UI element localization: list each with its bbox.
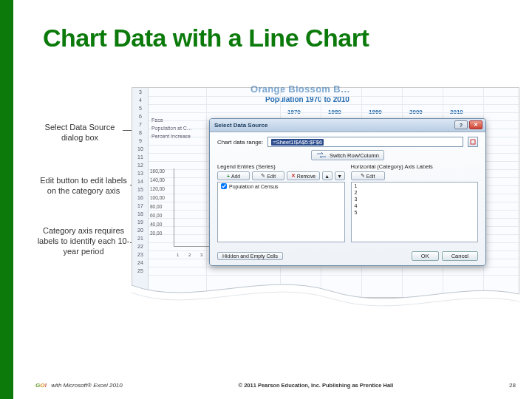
dialog-title: Select Data Source [214,122,267,129]
y-tick: 40,00 [150,222,162,227]
chart-data-range-input[interactable]: =Sheet1!$A$5:$F$6 [267,137,463,147]
close-button[interactable]: ✕ [469,120,482,129]
row-number: 21 [132,236,149,241]
edit-axis-labels-button[interactable]: ✎Edit [351,171,385,180]
row-number: 19 [132,219,149,225]
series-checkbox[interactable] [221,183,227,189]
row-number: 14 [132,179,149,184]
slide-title: Chart Data with a Line Chart [43,24,369,52]
row-number: 18 [132,211,149,216]
dialog-titlebar[interactable]: Select Data Source ? ✕ [210,119,485,132]
axis-item[interactable]: 1 [352,183,478,189]
figure: Select Data Source dialog box Edit butto… [35,87,519,335]
cancel-button[interactable]: Cancel [442,251,478,261]
footer-copyright: © 2011 Pearson Education, Inc. Publishin… [123,382,509,389]
y-tick: 20,00 [150,231,162,236]
footer-product: with Microsoft® Excel 2010 [51,382,123,389]
row-number: 9 [132,138,149,143]
row-number: 25 [132,268,149,273]
legend-entries-header: Legend Entries (Series) [217,163,345,170]
range-value: =Sheet1!$A$5:$F$6 [271,139,324,146]
row-number: 16 [132,195,149,200]
go-logo: GO! [35,382,47,389]
axis-labels-listbox[interactable]: 1 2 3 4 5 [351,182,479,242]
y-tick: 160,00 [150,168,165,174]
pencil-icon: ✎ [361,173,365,179]
switch-row-column-button[interactable]: Switch Row/Column [311,150,384,160]
y-tick: 80,00 [150,204,162,209]
hidden-empty-cells-button[interactable]: Hidden and Empty Cells [217,252,283,260]
select-data-source-dialog: Select Data Source ? ✕ Chart data range:… [209,118,486,266]
row-number: 13 [132,171,149,176]
svg-rect-0 [471,140,475,144]
axis-labels-header: Horizontal (Category) Axis Labels [351,163,479,170]
axis-item[interactable]: 2 [352,189,478,196]
move-up-button[interactable]: ▲ [322,171,332,180]
x-tick: 2 [188,253,191,257]
axis-item[interactable]: 4 [352,202,478,209]
row-number: 20 [132,228,149,233]
axis-item[interactable]: 5 [352,209,478,216]
axis-item[interactable]: 3 [352,196,478,202]
row-number: 12 [132,163,149,168]
row-header-strip [132,88,149,297]
callout-select-data-source: Select Data Source dialog box [35,123,124,143]
y-tick: 120,00 [150,186,165,191]
help-button[interactable]: ? [454,120,468,129]
y-tick: 60,00 [150,213,162,218]
pencil-icon: ✎ [261,173,265,179]
row-number: 15 [132,187,149,192]
page-number: 28 [509,382,516,389]
row-number: 24 [132,260,149,265]
switch-label: Switch Row/Column [330,152,379,159]
edit-series-button[interactable]: ✎Edit [252,171,284,180]
range-picker-icon[interactable] [468,137,478,147]
series-listbox[interactable]: Population at Census [217,182,345,242]
row-number: 11 [132,154,149,160]
remove-series-button[interactable]: ✕Remove [287,171,319,180]
page-tear [132,278,519,312]
y-tick: 140,00 [150,177,165,183]
y-tick: 100,00 [150,195,165,200]
switch-icon [316,151,327,159]
chart-title-partial: Orange Blossom B… [250,83,350,95]
x-icon: ✕ [291,173,296,179]
move-down-button[interactable]: ▼ [335,171,345,180]
row-number: 23 [132,252,149,257]
series-item[interactable]: Population at Census [218,183,344,190]
x-tick: 1 [177,253,179,257]
plus-icon: + [227,174,230,179]
row-number: 17 [132,203,149,208]
row-number: 7 [132,122,149,127]
add-series-button[interactable]: +Add [217,171,250,180]
x-tick: 3 [200,253,202,257]
row-number: 5 [132,106,149,111]
row-number: 22 [132,244,149,249]
range-label: Chart data range: [217,139,263,146]
slide-footer: GO! with Microsoft® Excel 2010 © 2011 Pe… [35,382,516,389]
row-number: 8 [132,130,149,135]
callout-category-axis: Category axis requires labels to identif… [35,226,132,256]
ok-button[interactable]: OK [412,251,439,261]
row-number: 6 [132,114,149,119]
callout-edit-button: Edit button to edit labels on the catego… [35,176,132,197]
row-number: 3 [132,89,149,95]
row-number: 10 [132,146,149,151]
row-number: 4 [132,98,149,103]
